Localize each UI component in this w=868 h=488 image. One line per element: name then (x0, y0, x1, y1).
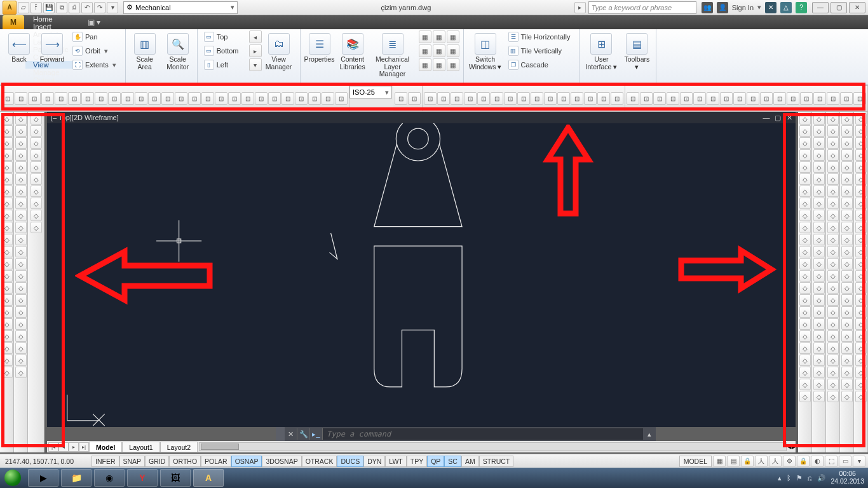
text-btn-1[interactable]: ◇ (31, 125, 42, 137)
rt5-btn-15[interactable]: ◇ (855, 294, 867, 306)
modify-btn-9[interactable]: ◇ (15, 222, 27, 233)
rt4-btn-6[interactable]: ◇ (841, 186, 853, 197)
viewport-min-icon[interactable]: — (761, 113, 771, 122)
modify-btn-17[interactable]: ◇ (15, 318, 27, 330)
ucs-btn-0[interactable]: ⊡ (424, 92, 437, 105)
rt5-btn-2[interactable]: ◇ (855, 137, 867, 149)
rt3-btn-16[interactable]: ◇ (827, 306, 839, 318)
status-model-button[interactable]: MODEL (679, 456, 712, 467)
user-interface-button[interactable]: ⊞User Interface ▾ (583, 30, 619, 71)
dim-btn-25[interactable]: ⊡ (335, 92, 348, 105)
hscrollbar[interactable] (199, 442, 787, 451)
draw-btn-3[interactable]: ◇ (1, 149, 13, 161)
draw-btn-0[interactable]: ◇ (1, 113, 13, 125)
rt1-btn-20[interactable]: ◇ (799, 355, 811, 366)
command-input[interactable] (323, 428, 643, 440)
rt1-btn-11[interactable]: ◇ (799, 246, 811, 257)
rt4-btn-7[interactable]: ◇ (841, 198, 853, 209)
draw-btn-17[interactable]: ◇ (1, 318, 13, 330)
status-lock-icon[interactable]: 🔒 (797, 456, 810, 467)
view3d-btn-11[interactable]: ⊡ (773, 92, 786, 105)
rt2-btn-20[interactable]: ◇ (813, 355, 825, 366)
tray-action-icon[interactable]: ⚑ (796, 474, 803, 482)
rt2-btn-7[interactable]: ◇ (813, 198, 825, 209)
tray-bluetooth-icon[interactable]: ᛒ (787, 474, 791, 482)
draw-btn-19[interactable]: ◇ (1, 342, 13, 354)
dim-btn-3[interactable]: ⊡ (41, 92, 54, 105)
rt2-btn-1[interactable]: ◇ (813, 125, 825, 137)
view3d-btn-6[interactable]: ⊡ (707, 92, 719, 105)
view3d-btn-9[interactable]: ⊡ (747, 92, 759, 105)
rt3-btn-14[interactable]: ◇ (827, 282, 839, 294)
rt1-btn-10[interactable]: ◇ (799, 234, 811, 245)
tray-network-icon[interactable]: ⎌ (808, 474, 812, 482)
qat-saveas-icon[interactable]: ⧉ (56, 2, 67, 13)
toggle-ducs[interactable]: DUCS (337, 456, 363, 467)
status-display-icon[interactable]: ▤ (727, 456, 740, 467)
rt1-btn-7[interactable]: ◇ (799, 198, 811, 209)
view3d-btn-1[interactable]: ⊡ (640, 92, 653, 105)
rt4-btn-2[interactable]: ◇ (841, 137, 853, 149)
dim-btn-11[interactable]: ⊡ (148, 92, 161, 105)
exchange-icon[interactable]: ✕ (765, 2, 776, 13)
start-button[interactable] (0, 468, 25, 488)
view3d-btn-7[interactable]: ⊡ (720, 92, 733, 105)
toolbars-button[interactable]: ▤Toolbars ▾ (621, 30, 652, 71)
layout-tab-layout1[interactable]: Layout1 (122, 442, 159, 452)
rt1-btn-3[interactable]: ◇ (799, 149, 811, 161)
rt3-btn-22[interactable]: ◇ (827, 379, 839, 390)
ucs-btn-14[interactable]: ⊡ (611, 92, 623, 105)
view-more-icon[interactable]: ▾ (249, 58, 262, 71)
status-tray-icon[interactable]: ▾ (853, 456, 865, 467)
modify-btn-2[interactable]: ◇ (15, 137, 27, 149)
layout-next-icon[interactable]: ▸ (69, 442, 79, 452)
draw-btn-4[interactable]: ◇ (1, 161, 13, 173)
toggle-struct[interactable]: STRUCT (479, 456, 514, 467)
modify-btn-3[interactable]: ◇ (15, 149, 27, 161)
rt2-btn-4[interactable]: ◇ (813, 161, 825, 173)
modify-btn-1[interactable]: ◇ (15, 125, 27, 137)
dim-btn-7[interactable]: ⊡ (95, 92, 107, 105)
dimedit-btn-1[interactable]: ⊡ (408, 92, 421, 105)
app-corner[interactable]: M (3, 15, 24, 29)
toggle-polar[interactable]: POLAR (201, 456, 231, 467)
rt5-btn-9[interactable]: ◇ (855, 222, 867, 233)
toggle-dyn[interactable]: DYN (363, 456, 385, 467)
dim-btn-10[interactable]: ⊡ (135, 92, 147, 105)
ucs-btn-1[interactable]: ⊡ (437, 92, 450, 105)
view-left-button[interactable]: ▯Left (201, 58, 244, 71)
rt3-btn-20[interactable]: ◇ (827, 355, 839, 366)
modify-btn-5[interactable]: ◇ (15, 173, 27, 185)
rt2-btn-16[interactable]: ◇ (813, 306, 825, 318)
layout-prev-icon[interactable]: ◂ (58, 442, 69, 452)
draw-btn-15[interactable]: ◇ (1, 294, 13, 306)
dim-btn-23[interactable]: ⊡ (308, 92, 321, 105)
view3d-btn-8[interactable]: ⊡ (733, 92, 746, 105)
view3d-btn-17[interactable]: ⊡ (853, 92, 866, 105)
view3d-btn-5[interactable]: ⊡ (693, 92, 706, 105)
ucs-btn-9[interactable]: ⊡ (544, 92, 557, 105)
dim-btn-2[interactable]: ⊡ (28, 92, 41, 105)
toggle-qp[interactable]: QP (427, 456, 444, 467)
dim-btn-8[interactable]: ⊡ (108, 92, 121, 105)
modify-btn-4[interactable]: ◇ (15, 161, 27, 173)
rt1-btn-16[interactable]: ◇ (799, 306, 811, 318)
toggle-tpy[interactable]: TPY (407, 456, 427, 467)
rt3-btn-21[interactable]: ◇ (827, 367, 839, 378)
pal-5-icon[interactable]: ▦ (433, 44, 445, 57)
text-btn-8[interactable]: ◇ (31, 210, 42, 221)
draw-btn-8[interactable]: ◇ (1, 210, 13, 221)
ucs-btn-11[interactable]: ⊡ (571, 92, 583, 105)
rt2-btn-14[interactable]: ◇ (813, 282, 825, 294)
rt2-btn-17[interactable]: ◇ (813, 318, 825, 330)
help-search-input[interactable]: Type a keyword or phrase (588, 1, 696, 14)
toggle-3dosnap[interactable]: 3DOSNAP (262, 456, 301, 467)
draw-btn-16[interactable]: ◇ (1, 306, 13, 318)
dim-btn-21[interactable]: ⊡ (281, 92, 294, 105)
toggle-sc[interactable]: SC (444, 456, 461, 467)
rt4-btn-22[interactable]: ◇ (841, 379, 853, 390)
text-btn-4[interactable]: ◇ (31, 161, 42, 173)
rt4-btn-11[interactable]: ◇ (841, 246, 853, 257)
text-btn-6[interactable]: ◇ (31, 186, 42, 197)
rt1-btn-15[interactable]: ◇ (799, 294, 811, 306)
